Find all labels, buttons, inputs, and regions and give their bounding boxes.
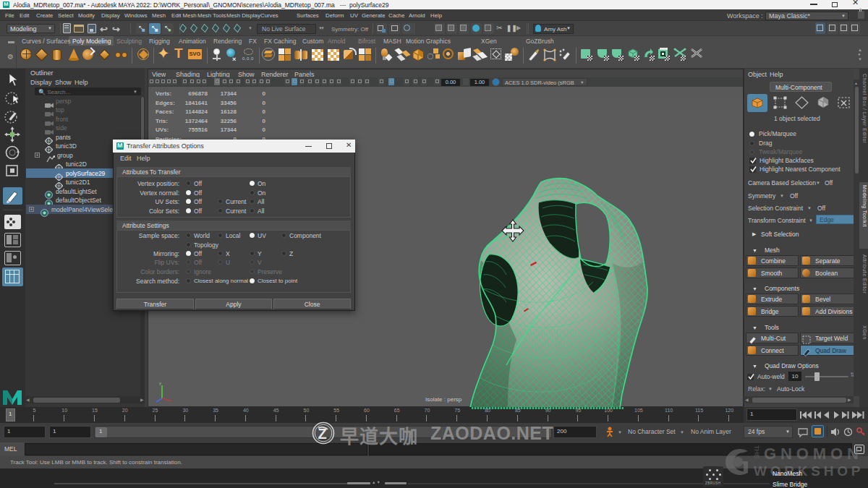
svg-text:GNOMON: GNOMON [764,445,859,463]
svg-text:y: y [159,381,161,385]
svg-text:Z: Z [318,426,327,442]
svg-text:THE: THE [753,445,760,458]
svg-text:WORKSHOP: WORKSHOP [754,463,861,479]
